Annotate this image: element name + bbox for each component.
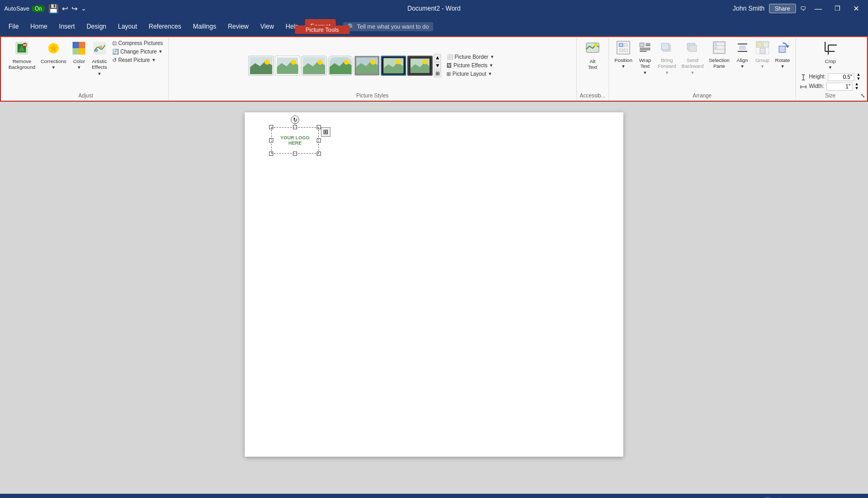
send-backward-arrow: ▼: [691, 70, 695, 75]
svg-rect-58: [763, 42, 768, 47]
logo-image[interactable]: YOUR LOGO HERE: [271, 127, 319, 154]
style-thumb-6[interactable]: [381, 56, 406, 76]
minimize-button[interactable]: —: [810, 3, 826, 14]
size-expand-icon[interactable]: ⤡: [861, 93, 865, 99]
document-page: ↻ YOUR LOGO HERE ⊞: [245, 112, 623, 457]
corrections-button[interactable]: Corrections ▼: [39, 39, 69, 72]
menu-item-home[interactable]: Home: [25, 19, 52, 34]
width-spinner[interactable]: ▲ ▼: [855, 82, 859, 91]
gallery-down-arrow[interactable]: ▼: [434, 62, 441, 69]
style-thumb-7[interactable]: [407, 56, 433, 76]
group-crop: Crop ▼ Height: ▲ ▼: [796, 38, 865, 100]
position-button[interactable]: Position ▼: [612, 39, 634, 70]
picture-border-button[interactable]: ⬜ Picture Border ▼: [444, 53, 496, 61]
restore-button[interactable]: ❐: [830, 4, 845, 13]
menu-item-references[interactable]: References: [144, 19, 186, 34]
style-thumb-1[interactable]: [248, 56, 274, 76]
change-picture-button[interactable]: 🔄 Change Picture ▼: [110, 48, 165, 56]
svg-rect-53: [714, 47, 717, 49]
crop-label: Crop: [825, 58, 836, 64]
color-button[interactable]: Color ▼: [69, 39, 88, 72]
picture-effects-button[interactable]: 🖼 Picture Effects ▼: [444, 61, 496, 69]
layout-options-icon[interactable]: ⊞: [321, 127, 330, 137]
gallery-more-arrow[interactable]: ⊞: [434, 70, 441, 77]
width-down[interactable]: ▼: [855, 86, 859, 91]
svg-point-28: [396, 59, 401, 64]
menu-item-file[interactable]: File: [3, 19, 24, 34]
height-down[interactable]: ▼: [856, 77, 861, 81]
svg-point-22: [344, 59, 349, 64]
reset-picture-button[interactable]: ↺ Reset Picture ▼: [110, 56, 165, 64]
svg-point-20: [318, 59, 323, 64]
compress-pictures-button[interactable]: ⊡ Compress Pictures: [110, 39, 165, 47]
remove-background-button[interactable]: RemoveBackground: [6, 39, 38, 72]
rotate-button[interactable]: Rotate ▼: [773, 39, 792, 70]
redo-icon[interactable]: ↪: [71, 4, 78, 13]
style-thumb-5[interactable]: [354, 56, 380, 76]
send-backward-icon: [686, 41, 700, 56]
menu-bar: File Home Insert Design Layout Reference…: [0, 17, 868, 36]
svg-point-12: [95, 49, 98, 52]
menu-item-insert[interactable]: Insert: [53, 19, 80, 34]
svg-rect-36: [624, 43, 628, 47]
align-button[interactable]: Align ▼: [733, 39, 752, 70]
style-thumb-3[interactable]: [301, 56, 327, 76]
bring-forward-button[interactable]: BringForward ▼: [656, 39, 678, 77]
svg-rect-48: [689, 45, 696, 51]
style-thumb-2[interactable]: [275, 56, 300, 76]
width-input[interactable]: [826, 83, 853, 91]
send-backward-button[interactable]: SendBackward ▼: [679, 39, 706, 77]
undo-icon[interactable]: ↩: [62, 4, 68, 13]
svg-rect-55: [739, 46, 746, 50]
menu-item-mailings[interactable]: Mailings: [187, 19, 221, 34]
height-spinner[interactable]: ▲ ▼: [856, 73, 861, 81]
pic-effects-label: Picture Effects: [453, 63, 487, 68]
search-box[interactable]: 🔍 Tell me what you want to do: [343, 22, 433, 31]
color-icon: [71, 41, 86, 57]
crop-button[interactable]: Crop ▼: [819, 39, 842, 72]
close-button[interactable]: ✕: [849, 3, 864, 14]
menu-item-review[interactable]: Review: [222, 19, 254, 34]
selected-image-container[interactable]: ↻ YOUR LOGO HERE ⊞: [271, 127, 319, 154]
user-name: John Smith: [733, 5, 765, 12]
svg-point-13: [99, 46, 102, 49]
svg-point-24: [371, 59, 375, 64]
artistic-effects-button[interactable]: ArtisticEffects ▼: [90, 39, 109, 78]
remove-bg-icon: [14, 41, 29, 57]
menu-item-layout[interactable]: Layout: [113, 19, 142, 34]
menu-item-view[interactable]: View: [255, 19, 280, 34]
pic-effects-arrow: ▼: [489, 63, 494, 68]
wrap-text-button[interactable]: WrapText ▼: [636, 39, 655, 77]
align-label: Align: [737, 57, 748, 63]
pic-border-icon: ⬜: [446, 54, 453, 60]
more-icon[interactable]: ⌄: [81, 5, 86, 12]
svg-rect-62: [779, 46, 785, 52]
align-arrow: ▼: [740, 64, 745, 69]
svg-rect-35: [619, 43, 623, 47]
svg-rect-57: [757, 42, 762, 47]
selection-pane-button[interactable]: SelectionPane: [707, 39, 732, 71]
pic-layout-label: Picture Layout: [452, 71, 486, 77]
gallery-up-arrow[interactable]: ▲: [434, 54, 441, 61]
arrange-group-label: Arrange: [612, 93, 792, 99]
group-button[interactable]: Group ▼: [753, 39, 772, 70]
style-thumb-4[interactable]: [328, 56, 353, 76]
height-input[interactable]: [828, 73, 854, 81]
menu-item-design[interactable]: Design: [81, 19, 111, 34]
compress-icon: ⊡: [112, 40, 117, 46]
autosave-toggle[interactable]: AutoSave On: [4, 5, 45, 12]
comments-icon[interactable]: 🗨: [800, 5, 806, 12]
align-icon: [736, 41, 749, 56]
gallery-scroll: ▲ ▼ ⊞: [434, 54, 441, 77]
picture-layout-button[interactable]: ⊞ Picture Layout ▼: [444, 70, 496, 78]
share-button[interactable]: Share: [769, 4, 796, 13]
send-backward-label: SendBackward: [682, 57, 704, 69]
compress-label: Compress Pictures: [118, 40, 163, 46]
save-icon[interactable]: 💾: [48, 4, 59, 14]
corrections-label: Corrections: [41, 58, 67, 64]
group-arrange: Position ▼ Wrap: [609, 38, 795, 100]
alt-text-button[interactable]: AltText: [583, 39, 602, 72]
remove-bg-label: RemoveBackground: [8, 58, 35, 70]
size-panel: Height: ▲ ▼ Width: ▲: [799, 72, 862, 92]
group-accessibility: AltText Accessib...: [577, 38, 609, 100]
